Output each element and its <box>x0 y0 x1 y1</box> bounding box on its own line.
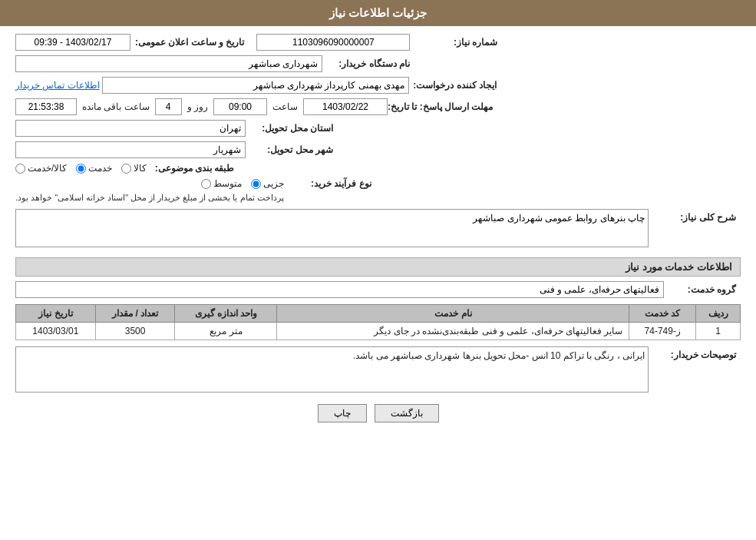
tabaqe-row: طبقه بندی موضوعی: کالا خدمت کالا/خدمت <box>15 163 741 174</box>
cell-radif: 1 <box>696 323 741 340</box>
mohlat-row: مهلت ارسال پاسخ: تا تاریخ: ساعت روز و سا… <box>15 98 741 115</box>
mohlat-saat-label: ساعت <box>270 101 300 112</box>
header-title: جزئیات اطلاعات نیاز <box>329 6 427 19</box>
page-header: جزئیات اطلاعات نیاز <box>0 0 756 26</box>
tabaqe-khedmat-item: خدمت <box>76 163 112 174</box>
nooe-row: نوع فرآیند خرید: جزیی متوسط پرداخت تمام … <box>15 178 741 204</box>
khademat-header: اطلاعات خدمات مورد نیاز <box>15 257 741 277</box>
shahr-input[interactable] <box>15 141 246 158</box>
ostan-label: استان محل تحویل: <box>246 123 338 134</box>
tabaqe-khedmat-radio[interactable] <box>76 164 86 174</box>
cell-vahed: متر مربع <box>175 323 277 340</box>
tozih-label: توصیحات خریدار: <box>649 346 741 360</box>
mohlat-roz-input[interactable] <box>155 98 182 115</box>
nooe-radio-group: جزیی متوسط <box>201 178 284 189</box>
print-button[interactable]: چاپ <box>318 404 367 422</box>
mohlat-date-input[interactable] <box>303 98 388 115</box>
nam-dastgah-label: نام دستگاه خریدار: <box>322 58 414 69</box>
mohlat-label: مهلت ارسال پاسخ: تا تاریخ: <box>388 101 497 112</box>
nooe-motevaset-radio[interactable] <box>201 179 211 189</box>
table-header-row: ردیف کد خدمت نام خدمت واحد اندازه گیری ت… <box>16 305 741 323</box>
col-kod: کد خدمت <box>629 305 696 323</box>
nooe-note: پرداخت تمام یا بخشی از مبلغ خریدار از مح… <box>15 191 284 204</box>
tabaqe-label: طبقه بندی موضوعی: <box>147 163 239 174</box>
button-row: بازگشت چاپ <box>15 404 741 434</box>
tabaqe-radio-group: کالا خدمت کالا/خدمت <box>15 163 147 174</box>
tozih-row: توصیحات خریدار: ایرانی ، رنگی با تراکم 1… <box>15 346 741 393</box>
col-name: نام خدمت <box>277 305 629 323</box>
cell-tarikh: 1403/03/01 <box>16 323 96 340</box>
shomara-niaz-label: شماره نیاز: <box>410 37 502 48</box>
ostan-row: استان محل تحویل: <box>15 120 741 137</box>
col-tarikh: تاریخ نیاز <box>16 305 96 323</box>
tozih-box: ایرانی ، رنگی با تراکم 10 انس -محل تحویل… <box>15 346 649 393</box>
tabaqe-kalakhedmat-radio[interactable] <box>15 164 25 174</box>
goroh-input[interactable] <box>15 281 664 298</box>
ijad-konande-label: ایجاد کننده درخواست: <box>409 80 501 91</box>
mohlat-inner: ساعت روز و ساعت باقی مانده <box>15 98 388 115</box>
table-row: 1 ز-749-74 سایر فعالیتهای حرفه‌ای، علمی … <box>16 323 741 340</box>
mohlat-saat-input[interactable] <box>213 98 267 115</box>
tabaqe-kala-label: کالا <box>134 163 147 174</box>
nooe-jozi-item: جزیی <box>251 178 284 189</box>
nooe-jozi-radio[interactable] <box>251 179 261 189</box>
shahr-label: شهر محل تحویل: <box>246 144 338 155</box>
tarikh-input[interactable] <box>15 34 130 51</box>
shahr-row: شهر محل تحویل: <box>15 141 741 158</box>
col-vahed: واحد اندازه گیری <box>175 305 277 323</box>
khademat-table-section: ردیف کد خدمت نام خدمت واحد اندازه گیری ت… <box>15 304 741 340</box>
shomara-niaz-input[interactable] <box>256 34 410 51</box>
ostan-input[interactable] <box>15 120 246 137</box>
back-button[interactable]: بازگشت <box>375 404 439 422</box>
nooe-label: نوع فرآیند خرید: <box>284 178 376 189</box>
page-wrapper: جزئیات اطلاعات نیاز شماره نیاز: تاریخ و … <box>0 0 756 540</box>
ijad-konande-input[interactable] <box>102 77 409 94</box>
nam-dastgah-row: نام دستگاه خریدار: <box>15 55 741 72</box>
khademat-table: ردیف کد خدمت نام خدمت واحد اندازه گیری ت… <box>15 304 741 340</box>
tabaqe-kala-item: کالا <box>121 163 147 174</box>
cell-tedad: 3500 <box>95 323 175 340</box>
sharh-textarea[interactable]: چاپ بنرهای روابط عمومی شهرداری صباشهر <box>15 209 649 247</box>
announce-row: شماره نیاز: تاریخ و ساعت اعلان عمومی: <box>15 34 741 51</box>
nooe-motevaset-label: متوسط <box>213 178 242 189</box>
sharh-row: شرح کلی نیاز: چاپ بنرهای روابط عمومی شهر… <box>15 209 741 250</box>
col-radif: ردیف <box>696 305 741 323</box>
mohlat-roz-label: روز و <box>185 101 210 112</box>
tarikh-label: تاریخ و ساعت اعلان عمومی: <box>130 37 249 48</box>
sharh-content: چاپ بنرهای روابط عمومی شهرداری صباشهر <box>15 209 649 250</box>
nooe-motevaset-item: متوسط <box>201 178 242 189</box>
tabaqe-khedmat-label: خدمت <box>88 163 112 174</box>
sharh-label: شرح کلی نیاز: <box>649 209 741 223</box>
ijad-konande-row: ایجاد کننده درخواست: اطلاعات تماس خریدار <box>15 77 741 94</box>
mohlat-baqi-input[interactable] <box>15 98 77 115</box>
goroh-row: گروه خدمت: <box>15 281 741 298</box>
goroh-label: گروه خدمت: <box>664 284 741 295</box>
tabaqe-kala-radio[interactable] <box>121 164 131 174</box>
nam-dastgah-input[interactable] <box>15 55 322 72</box>
ettela-tamas-link[interactable]: اطلاعات تماس خریدار <box>15 80 100 91</box>
nooe-jozi-label: جزیی <box>263 178 284 189</box>
mohlat-baqi-label: ساعت باقی مانده <box>80 101 152 112</box>
tabaqe-kalakhedmat-label: کالا/خدمت <box>28 163 67 174</box>
cell-kod: ز-749-74 <box>629 323 696 340</box>
col-tedad: تعداد / مقدار <box>95 305 175 323</box>
tabaqe-kalakhedmat-item: کالا/خدمت <box>15 163 67 174</box>
content-area: شماره نیاز: تاریخ و ساعت اعلان عمومی: نا… <box>0 26 756 442</box>
cell-name: سایر فعالیتهای حرفه‌ای، علمی و فنی طبقه‌… <box>277 323 629 340</box>
